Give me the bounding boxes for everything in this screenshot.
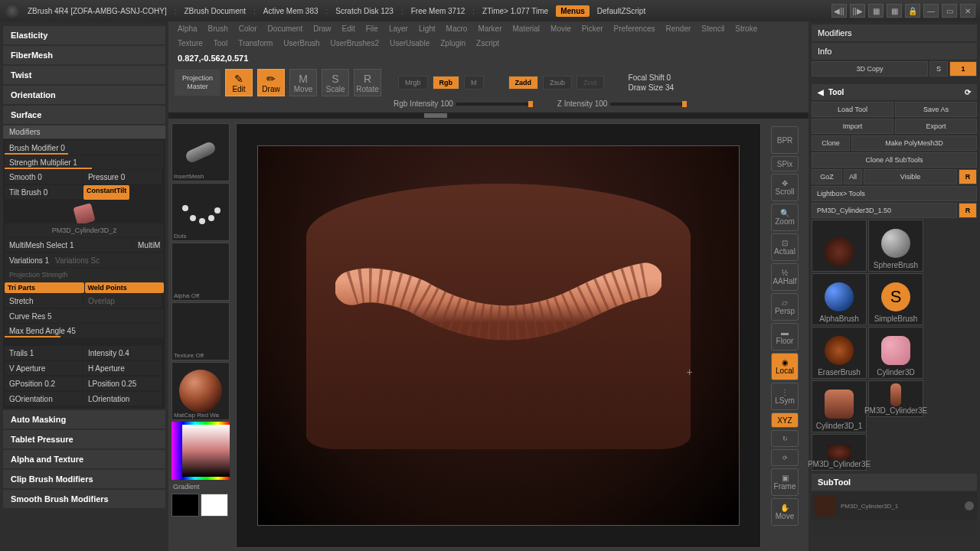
win-btn-1[interactable]: ▦ (868, 4, 884, 18)
max-bend-slider[interactable]: Max Bend Angle 45 (5, 324, 164, 337)
move-mode-button[interactable]: MMove (289, 69, 317, 96)
default-script[interactable]: DefaultZScript (597, 7, 645, 15)
brush-modifier-slider[interactable]: Brush Modifier 0 (5, 141, 164, 155)
h-aperture[interactable]: H Aperture (83, 361, 162, 375)
import-button[interactable]: Import (812, 119, 893, 134)
brush-alpha[interactable]: AlphaBrush (812, 273, 867, 325)
brush-simple[interactable]: SSimpleBrush (868, 273, 923, 325)
spix-button[interactable]: SPix (771, 156, 799, 171)
subtool-empty-1[interactable] (812, 521, 977, 527)
brush-eraser[interactable]: EraserBrush (812, 327, 867, 379)
variations-slider[interactable]: Variations 1Variations Sc (5, 253, 164, 267)
surface-section[interactable]: Surface (3, 106, 165, 124)
swatch-white[interactable] (201, 494, 228, 517)
all-button[interactable]: All (844, 169, 862, 184)
actual-button[interactable]: ⊡Actual (771, 233, 799, 261)
close-button[interactable]: ✕ (960, 4, 975, 18)
rotate-mode-button[interactable]: RRotate (354, 69, 381, 96)
menu-brush[interactable]: Brush (208, 24, 228, 33)
brush-pm1[interactable]: PM3D_Cylinder3E (868, 380, 923, 417)
menu-zplugin[interactable]: Zplugin (440, 39, 466, 47)
fibermesh-section[interactable]: FiberMesh (3, 46, 165, 64)
s-button[interactable]: S (929, 61, 948, 77)
tilt-brush-slider[interactable]: Tilt Brush 0 (5, 185, 83, 199)
goz-button[interactable]: GoZ (812, 169, 842, 184)
alpha-texture-section[interactable]: Alpha and Texture (3, 450, 165, 468)
menu-marker[interactable]: Marker (478, 24, 501, 33)
rgb-intensity-slider[interactable] (456, 103, 533, 106)
menu-edit[interactable]: Edit (342, 24, 355, 33)
menu-color[interactable]: Color (239, 24, 257, 33)
menu-picker[interactable]: Picker (582, 24, 603, 33)
color-picker[interactable] (172, 422, 230, 480)
frame-button[interactable]: ▣Frame (771, 468, 799, 496)
orientation-section[interactable]: Orientation (3, 86, 165, 104)
rp-info[interactable]: Info (812, 43, 977, 60)
menu-texture[interactable]: Texture (178, 39, 203, 47)
viewport-canvas[interactable]: + (236, 123, 761, 548)
make-polymesh-button[interactable]: Make PolyMesh3D (851, 135, 977, 151)
matcap-thumb[interactable]: MatCap Red Wa (172, 362, 230, 420)
projection-master-button[interactable]: Projection Master (175, 70, 220, 96)
tablet-pressure-section[interactable]: Tablet Pressure (3, 430, 165, 448)
menus-button[interactable]: Menus (556, 5, 590, 17)
rot-y-button[interactable]: ↻ (771, 430, 799, 447)
lock-icon[interactable]: 🔒 (905, 4, 920, 18)
menu-material[interactable]: Material (513, 24, 541, 33)
menu-layer[interactable]: Layer (389, 24, 408, 33)
menu-macro[interactable]: Macro (446, 24, 468, 33)
floor-button[interactable]: ▬Floor (771, 323, 799, 350)
tool-header[interactable]: ◀Tool⟳ (812, 84, 977, 100)
menu-userbrushes2[interactable]: UserBrushes2 (331, 39, 379, 47)
visible-button[interactable]: Visible (864, 169, 957, 184)
subtool-header[interactable]: SubTool (812, 474, 977, 491)
strength-slider[interactable]: Strength Multiplier 1 (5, 155, 164, 169)
l-position[interactable]: LPosition 0.25 (83, 377, 162, 390)
rgb-toggle[interactable]: Rgb (433, 76, 460, 90)
curve-res-slider[interactable]: Curve Res 5 (5, 309, 164, 323)
tri-parts-toggle[interactable]: Tri Parts (5, 282, 84, 293)
alpha-thumb[interactable]: Alpha Off (172, 243, 230, 301)
smooth-slider[interactable]: Smooth 0 (5, 170, 83, 184)
elasticity-section[interactable]: Elasticity (3, 26, 165, 44)
xyz-button[interactable]: XYZ (771, 412, 799, 428)
menu-draw[interactable]: Draw (313, 24, 331, 33)
twist-section[interactable]: Twist (3, 66, 165, 84)
lsym-button[interactable]: ⋮LSym (771, 383, 799, 410)
texture-thumb[interactable]: Texture Off (172, 302, 230, 360)
brush-pm2[interactable]: PM3D_Cylinder3E (812, 434, 867, 471)
modifiers-header[interactable]: Modifiers (3, 126, 165, 139)
menu-preferences[interactable]: Preferences (614, 24, 655, 33)
intensity-slider[interactable]: Intensity 0.4 (83, 346, 162, 360)
copy3d-button[interactable]: 3D Copy (812, 61, 928, 77)
subtool-empty-2[interactable] (812, 529, 977, 535)
menu-userbrush[interactable]: UserBrush (283, 39, 319, 47)
trails-slider[interactable]: Trails 1 (5, 346, 83, 360)
rp-modifiers[interactable]: Modifiers (812, 24, 977, 41)
clip-brush-section[interactable]: Clip Brush Modifiers (3, 470, 165, 488)
lightbox-tools[interactable]: Lightbox> Tools (812, 186, 977, 201)
pressure-slider[interactable]: Pressure 0 (83, 170, 162, 184)
constant-tilt-toggle[interactable]: ConstantTilt (83, 185, 129, 200)
zsub-toggle[interactable]: Zsub (543, 76, 572, 90)
menu-light[interactable]: Light (419, 24, 436, 33)
load-tool-button[interactable]: Load Tool (812, 102, 893, 117)
horizontal-scrollbar[interactable] (168, 112, 808, 119)
clone-button[interactable]: Clone (812, 135, 850, 151)
local-button[interactable]: ◉Local (771, 353, 799, 380)
eye-icon[interactable] (965, 501, 974, 510)
draw-mode-button[interactable]: ✏Draw (257, 69, 285, 96)
multim-button[interactable]: MultiM (133, 238, 164, 252)
r2-button[interactable]: R (959, 203, 977, 218)
insertmesh-thumb[interactable]: InsertMesh (172, 123, 230, 181)
menu-stencil[interactable]: Stencil (701, 24, 724, 33)
nav-right-icon[interactable]: ||▶ (850, 4, 865, 18)
menu-movie[interactable]: Movie (550, 24, 571, 33)
menu-alpha[interactable]: Alpha (178, 24, 198, 33)
scale-mode-button[interactable]: SScale (322, 69, 349, 96)
menu-zscript[interactable]: Zscript (476, 39, 499, 47)
menu-document[interactable]: Document (268, 24, 303, 33)
l-orientation[interactable]: LOrientation (83, 392, 162, 406)
menu-userusable[interactable]: UserUsable (390, 39, 430, 47)
v-aperture[interactable]: V Aperture (5, 361, 83, 375)
